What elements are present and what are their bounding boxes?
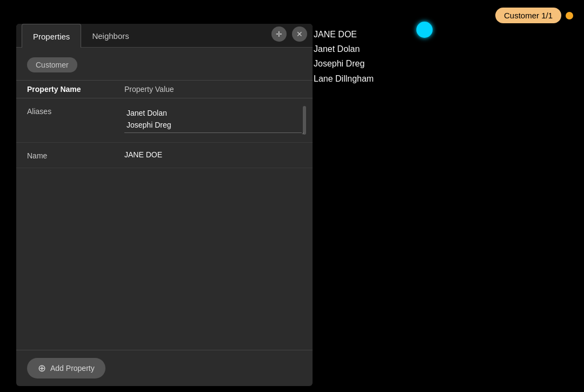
aliases-row: Aliases Janet Dolan Josephi Dreg ⌟ [16,98,313,143]
close-button[interactable]: ✕ [292,26,307,42]
orange-dot-indicator [566,12,573,19]
customer-pill: Customer [27,57,77,72]
list-item: JANE DOE [314,27,374,42]
tab-bar: Properties Neighbors ✛ ✕ [16,24,313,48]
customer-label-row: Customer [16,48,313,81]
plus-icon: ⊕ [38,363,46,373]
panel-body: Customer Property Name Property Value Al… [16,48,313,350]
top-right-area: Customer 1/1 [495,8,573,23]
table-header: Property Name Property Value [16,81,313,98]
name-label: Name [27,150,124,160]
panel-footer: ⊕ Add Property [16,350,313,386]
aliases-value: Janet Dolan Josephi Dreg ⌟ [124,106,302,135]
add-property-button[interactable]: ⊕ Add Property [27,358,105,378]
resize-handle[interactable]: ⌟ [302,129,307,135]
customer-badge: Customer 1/1 [495,8,561,23]
tab-neighbors[interactable]: Neighbors [81,24,140,47]
name-row: Name JANE DOE [16,143,313,168]
tab-properties[interactable]: Properties [22,24,81,48]
col-property-name-header: Property Name [27,85,124,94]
table-rows: Aliases Janet Dolan Josephi Dreg ⌟ Name … [16,98,313,350]
add-property-label: Add Property [50,364,95,373]
close-icon: ✕ [296,30,303,38]
move-icon: ✛ [276,30,282,38]
aliases-textarea[interactable]: Janet Dolan Josephi Dreg [124,106,302,133]
list-item: Janet Dolan [314,42,374,56]
list-item: Josephi Dreg [314,56,374,71]
properties-panel: Properties Neighbors ✛ ✕ Customer Proper… [16,24,313,386]
cyan-dot-indicator [416,22,433,38]
center-name-list: JANE DOEJanet DolanJosephi DregLane Dill… [314,27,374,86]
col-property-value-header: Property Value [124,85,302,94]
name-value: JANE DOE [124,150,302,159]
list-item: Lane Dillngham [314,71,374,86]
aliases-label: Aliases [27,106,124,116]
tab-icons: ✛ ✕ [271,26,307,47]
move-button[interactable]: ✛ [271,26,287,42]
